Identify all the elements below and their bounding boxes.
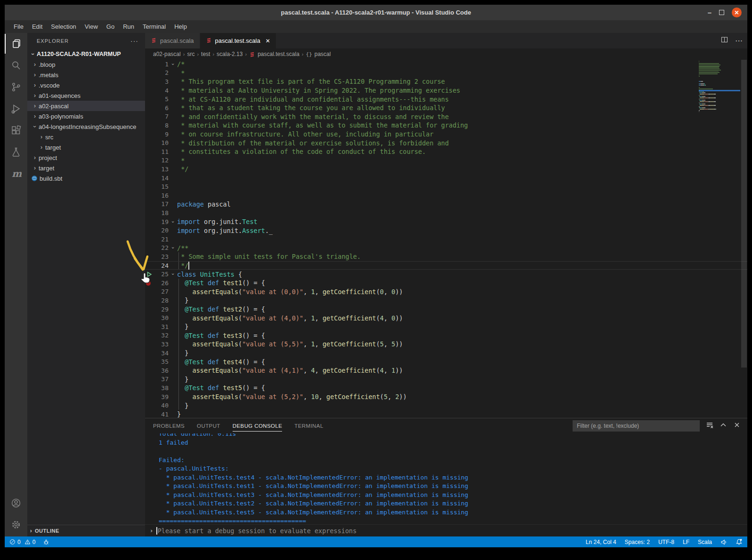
breakpoint-icon[interactable] [146,281,151,286]
code-line-37[interactable]: 37 } [145,375,747,384]
code-line-11[interactable]: 11 * constitutes a violation of the code… [145,147,747,156]
search-icon[interactable] [5,55,27,76]
panel-tab-output[interactable]: OUTPUT [197,420,220,432]
split-editor-icon[interactable] [720,36,728,46]
breadcrumb-item[interactable]: test [201,51,210,57]
tab-pascal-scala[interactable]: pascal.scala [145,33,200,48]
tree-root-folder[interactable]: ›A1120-SCALA2-R01-WARMUP [27,49,145,59]
encoding-status[interactable]: UTF-8 [658,539,674,545]
code-line-27[interactable]: 27 assertEquals("value at (0,0)", 1, get… [145,288,747,296]
code-line-31[interactable]: 31 } [145,322,747,331]
extensions-icon[interactable] [5,120,27,141]
tree-item--metals[interactable]: ›.metals [27,70,145,80]
code-line-25[interactable]: 25›class UnitTests { [145,270,747,279]
language-mode-status[interactable]: Scala [698,539,712,545]
code-line-33[interactable]: 33 assertEquals("value at (5,5)", 1, get… [145,340,747,349]
explorer-icon[interactable] [5,33,27,55]
editor-more-actions-icon[interactable]: ⋯ [735,36,743,45]
editor-scrollbar[interactable] [741,60,747,418]
code-line-1[interactable]: 1›/* [145,60,747,69]
tree-item-target[interactable]: ›target [27,142,145,152]
code-editor[interactable]: 1›/*2 *3 * This program text file is par… [145,60,747,418]
test-beaker-icon[interactable] [5,141,27,163]
outline-section[interactable]: › OUTLINE [27,525,145,536]
close-tab-icon[interactable]: ✕ [266,38,270,44]
code-line-9[interactable]: 9 * on course infrastructure. All other … [145,130,747,139]
code-line-41[interactable]: 41} [145,410,747,418]
source-control-icon[interactable] [5,76,27,98]
code-line-20[interactable]: 20import org.junit.Assert._ [145,226,747,235]
code-line-24[interactable]: 24 */ [145,261,747,270]
code-line-38[interactable]: 38 @Test def test5() = { [145,384,747,392]
code-line-7[interactable]: 7 * and confidentially work with the mat… [145,112,747,121]
code-line-12[interactable]: 12 * [145,156,747,165]
code-line-29[interactable]: 29 @Test def test2() = { [145,305,747,314]
code-line-17[interactable]: 17package pascal [145,200,747,209]
breadcrumb-symbol[interactable]: pascal [315,51,331,57]
fold-chevron-icon[interactable]: › [169,219,177,225]
clear-console-icon[interactable] [706,421,713,431]
breadcrumb-file[interactable]: pascal.test.scala [258,51,299,57]
tree-item-build-sbt[interactable]: build.sbt [27,173,145,184]
eol-status[interactable]: LF [683,539,689,545]
menu-item-go[interactable]: Go [102,23,119,30]
maximize-icon[interactable] [719,10,724,15]
breadcrumb-item[interactable]: scala-2.13 [217,51,243,57]
code-line-4[interactable]: 4 * materials at Aalto University in Spr… [145,86,747,95]
code-line-15[interactable]: 15 [145,182,747,191]
code-line-6[interactable]: 6 * that as a student taking the course … [145,104,747,112]
account-icon[interactable] [5,492,27,514]
cursor-position-status[interactable]: Ln 24, Col 4 [586,539,616,545]
code-line-36[interactable]: 36 assertEquals("value at (4,1)", 4, get… [145,366,747,375]
problems-status[interactable]: 0 0 [9,539,35,545]
breadcrumb[interactable]: a02-pascal›src›test›scala-2.13›pascal.te… [145,48,747,60]
menu-item-view[interactable]: View [81,23,102,30]
code-line-23[interactable]: 23 * Some simple unit tests for Pascal's… [145,252,747,261]
code-line-34[interactable]: 34 } [145,349,747,358]
code-line-3[interactable]: 3 * This program text file is part of th… [145,77,747,86]
indentation-status[interactable]: Spaces: 2 [625,539,650,545]
panel-tab-debug-console[interactable]: DEBUG CONSOLE [233,420,283,432]
code-line-40[interactable]: 40 } [145,401,747,410]
code-line-21[interactable]: 21 [145,235,747,244]
code-line-19[interactable]: 19›import org.junit.Test [145,217,747,226]
menu-item-selection[interactable]: Selection [47,23,80,30]
code-line-35[interactable]: 35 @Test def test4() = { [145,357,747,366]
fold-chevron-icon[interactable]: › [169,245,177,251]
code-line-22[interactable]: 22›/** [145,244,747,253]
tree-item-a02-pascal[interactable]: ›a02-pascal [27,101,145,111]
code-line-28[interactable]: 28 } [145,296,747,305]
tree-item-a03-polynomials[interactable]: ›a03-polynomials [27,111,145,121]
close-icon[interactable]: ✕ [732,8,742,17]
code-line-30[interactable]: 30 assertEquals("value at (4,0)", 1, get… [145,313,747,322]
debug-status-icon[interactable] [43,539,49,545]
run-test-icon[interactable] [146,271,152,279]
panel-tab-problems[interactable]: PROBLEMS [153,420,185,432]
minimize-icon[interactable]: – [708,8,712,16]
console-filter-input[interactable] [573,420,700,432]
explorer-more-actions-icon[interactable]: ··· [130,37,138,45]
breadcrumb-item[interactable]: src [187,51,194,57]
fold-chevron-icon[interactable]: › [169,61,177,67]
code-line-14[interactable]: 14 [145,174,747,183]
tree-item--vscode[interactable]: ›.vscode [27,80,145,90]
menu-item-terminal[interactable]: Terminal [138,23,170,30]
breadcrumb-item[interactable]: a02-pascal [153,51,181,57]
panel-tab-terminal[interactable]: TERMINAL [294,420,323,432]
code-line-39[interactable]: 39 assertEquals("value at (5,2)", 10, ge… [145,392,747,401]
debug-console-output[interactable]: Total duration: 0.11s1 failed Failed:- p… [145,433,747,524]
settings-gear-icon[interactable] [5,514,27,536]
code-line-8[interactable]: 8 * material with course staff, as well … [145,121,747,130]
tab-pascal-test-scala[interactable]: pascal.test.scala✕ [200,33,276,48]
tree-item-src[interactable]: ›src [27,132,145,142]
tree-item--bloop[interactable]: ›.bloop [27,59,145,70]
notifications-bell-icon[interactable] [736,538,743,545]
code-line-26[interactable]: 26 @Test def test1() = { [145,279,747,288]
menu-item-help[interactable]: Help [170,23,191,30]
tree-item-project[interactable]: ›project [27,152,145,163]
feedback-icon[interactable] [720,539,727,545]
code-line-13[interactable]: 13 */ [145,165,747,174]
tree-item-a01-sequences[interactable]: ›a01-sequences [27,90,145,101]
code-line-18[interactable]: 18 [145,208,747,217]
maximize-panel-icon[interactable] [720,421,727,431]
